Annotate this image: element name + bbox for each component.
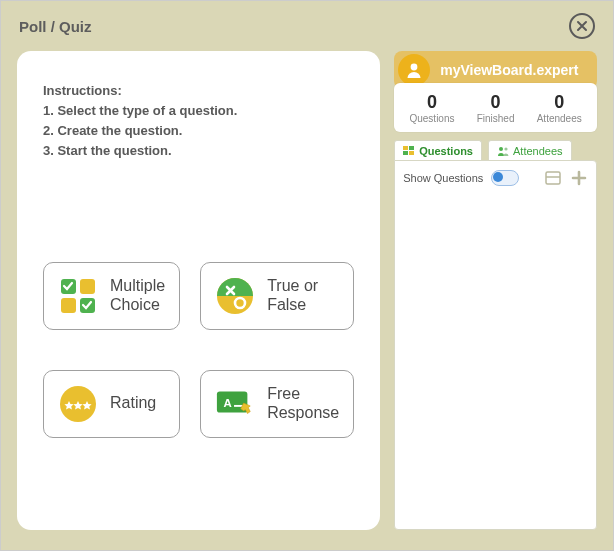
stat-finished-label: Finished [464, 113, 528, 124]
free-response-label: Free Response [267, 385, 339, 422]
svg-rect-16 [403, 151, 408, 155]
svg-text:A: A [224, 396, 232, 408]
rating-button[interactable]: Rating [43, 370, 180, 438]
avatar [398, 54, 430, 86]
tab-attendees[interactable]: Attendees [488, 140, 572, 161]
stat-finished: 0 Finished [464, 93, 528, 124]
add-question-button[interactable] [570, 169, 588, 187]
left-panel: Instructions: 1. Select the type of a qu… [17, 51, 380, 530]
svg-point-13 [411, 64, 418, 71]
right-panel: myViewBoard.expert 0 Questions 0 Finishe… [394, 51, 597, 530]
true-false-label: True or False [267, 277, 339, 314]
stat-questions-value: 0 [400, 93, 464, 111]
titlebar: Poll / Quiz [1, 1, 613, 51]
plus-icon [571, 170, 587, 186]
stat-questions-label: Questions [400, 113, 464, 124]
instructions-step-1: 1. Select the type of a question. [43, 101, 354, 121]
layout-icon [545, 171, 561, 185]
layout-button[interactable] [544, 169, 562, 187]
free-response-icon: A [215, 384, 255, 424]
user-name: myViewBoard.expert [440, 62, 578, 78]
svg-rect-15 [409, 146, 414, 150]
stat-attendees: 0 Attendees [527, 93, 591, 124]
attendees-tab-icon [497, 146, 509, 156]
tab-questions[interactable]: Questions [394, 140, 482, 161]
svg-rect-20 [546, 172, 560, 184]
body: Instructions: 1. Select the type of a qu… [1, 51, 613, 550]
stats-card: 0 Questions 0 Finished 0 Attendees [394, 83, 597, 132]
close-button[interactable] [569, 13, 595, 39]
questions-panel: Show Questions [394, 160, 597, 530]
rating-icon [58, 384, 98, 424]
stat-attendees-value: 0 [527, 93, 591, 111]
stat-finished-value: 0 [464, 93, 528, 111]
close-icon [576, 20, 588, 32]
svg-rect-2 [61, 298, 76, 313]
person-icon [405, 61, 423, 79]
show-questions-row: Show Questions [403, 169, 588, 187]
instructions-step-2: 2. Create the question. [43, 121, 354, 141]
question-types-grid: Multiple Choice True or False [43, 262, 354, 438]
free-response-button[interactable]: A Free Response [200, 370, 354, 438]
true-false-icon [215, 276, 255, 316]
questions-tab-icon [403, 146, 415, 156]
true-false-button[interactable]: True or False [200, 262, 354, 330]
stat-attendees-label: Attendees [527, 113, 591, 124]
svg-rect-17 [409, 151, 414, 155]
poll-quiz-window: Poll / Quiz Instructions: 1. Select the … [0, 0, 614, 551]
instructions-heading: Instructions: [43, 81, 354, 101]
show-questions-toggle[interactable] [491, 170, 519, 186]
show-questions-label: Show Questions [403, 172, 483, 184]
stat-questions: 0 Questions [400, 93, 464, 124]
tab-attendees-label: Attendees [513, 145, 563, 157]
multiple-choice-label: Multiple Choice [110, 277, 165, 314]
multiple-choice-icon [58, 276, 98, 316]
svg-rect-1 [80, 279, 95, 294]
svg-point-19 [504, 147, 507, 150]
rating-label: Rating [110, 394, 165, 412]
svg-point-18 [499, 147, 503, 151]
tab-questions-label: Questions [419, 145, 473, 157]
window-title: Poll / Quiz [19, 18, 92, 35]
instructions-step-3: 3. Start the question. [43, 141, 354, 161]
instructions: Instructions: 1. Select the type of a qu… [43, 81, 354, 162]
multiple-choice-button[interactable]: Multiple Choice [43, 262, 180, 330]
svg-rect-14 [403, 146, 408, 150]
tabs: Questions Attendees [394, 140, 597, 161]
